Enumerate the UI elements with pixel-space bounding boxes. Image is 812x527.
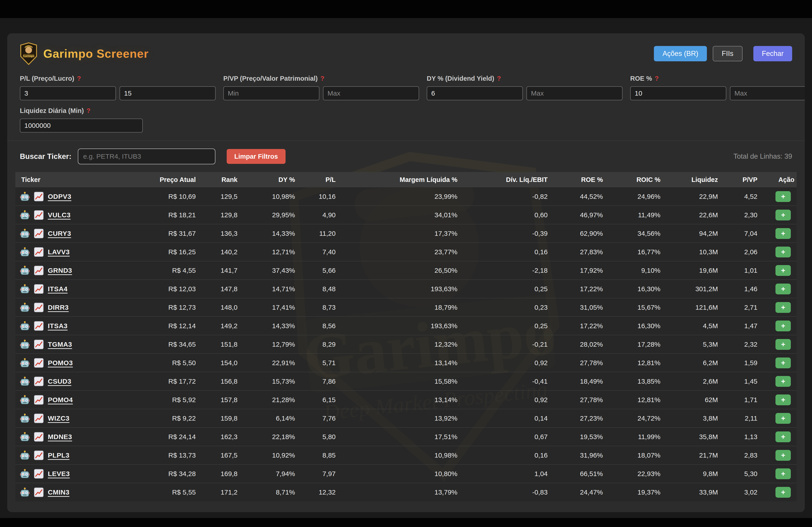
add-to-portfolio-button[interactable]: + <box>775 228 791 239</box>
robot-icon <box>20 376 30 386</box>
add-to-portfolio-button[interactable]: + <box>775 246 791 257</box>
add-to-portfolio-button[interactable]: + <box>775 265 791 276</box>
add-to-portfolio-button[interactable]: + <box>775 413 791 424</box>
fechar-button[interactable]: Fechar <box>753 46 792 61</box>
price-cell: R$ 5,92 <box>142 391 198 409</box>
price-cell: R$ 13,73 <box>142 446 198 465</box>
ticker-search-input[interactable] <box>78 149 215 164</box>
pl-help-icon[interactable]: ? <box>77 75 81 82</box>
div-ebit-cell: 0,16 <box>460 243 550 261</box>
roe-max-input[interactable] <box>730 86 805 100</box>
page-title: Garimpo Screener <box>43 47 149 60</box>
price-cell: R$ 9,22 <box>142 409 198 427</box>
rank-cell: 159,8 <box>198 409 240 427</box>
roic-cell: 18,07% <box>605 446 663 465</box>
ticker-link[interactable]: ITSA3 <box>48 322 68 330</box>
ticker-link[interactable]: LAVV3 <box>48 248 70 256</box>
pl-cell: 8,56 <box>297 317 338 335</box>
margem-cell: 18,79% <box>338 298 460 317</box>
add-to-portfolio-button[interactable]: + <box>775 358 791 368</box>
ticker-link[interactable]: CMIN3 <box>48 488 70 496</box>
table-row: ODPV3 R$ 10,69 129,5 10,98% 10,16 23,99%… <box>15 187 797 206</box>
pl-min-input[interactable] <box>20 86 116 100</box>
price-cell: R$ 17,72 <box>142 372 198 391</box>
ticker-link[interactable]: POMO4 <box>48 396 73 404</box>
add-to-portfolio-button[interactable]: + <box>775 468 791 479</box>
bottom-black-strip <box>0 518 812 527</box>
liquidez-cell: 5,3M <box>663 335 720 353</box>
liquidez-cell: 2,6M <box>663 372 720 391</box>
dy-cell: 22,18% <box>240 427 297 446</box>
pvp-cell: 2,06 <box>720 243 760 261</box>
robot-icon <box>20 395 30 405</box>
add-to-portfolio-button[interactable]: + <box>775 376 791 387</box>
robot-icon <box>20 321 30 331</box>
roe-min-input[interactable] <box>630 86 726 100</box>
limpar-filtros-button[interactable]: Limpar Filtros <box>227 149 286 164</box>
liquidez-min-input[interactable] <box>20 119 143 133</box>
roe-help-icon[interactable]: ? <box>655 75 659 82</box>
roic-cell: 24,96% <box>605 187 663 206</box>
price-cell: R$ 16,25 <box>142 243 198 261</box>
add-to-portfolio-button[interactable]: + <box>775 302 791 313</box>
roe-cell: 27,83% <box>550 243 605 261</box>
add-to-portfolio-button[interactable]: + <box>775 394 791 405</box>
ticker-link[interactable]: MDNE3 <box>48 433 72 441</box>
margem-cell: 17,51% <box>338 427 460 446</box>
chart-up-icon <box>34 229 44 239</box>
margem-cell: 193,63% <box>338 317 460 335</box>
ticker-link[interactable]: ODPV3 <box>48 193 71 200</box>
acoes-br-button[interactable]: Ações (BR) <box>654 46 707 61</box>
fiis-button[interactable]: FIIs <box>713 46 742 61</box>
liquidez-cell: 21,7M <box>663 446 720 465</box>
dy-min-input[interactable] <box>427 86 523 100</box>
add-to-portfolio-button[interactable]: + <box>775 432 791 442</box>
price-cell: R$ 10,69 <box>142 187 198 206</box>
div-ebit-cell: -0,21 <box>460 335 550 353</box>
pvp-help-icon[interactable]: ? <box>320 75 324 82</box>
ticker-link[interactable]: WIZC3 <box>48 415 70 422</box>
div-ebit-cell: 0,60 <box>460 206 550 224</box>
ticker-link[interactable]: VULC3 <box>48 211 71 219</box>
ticker-link[interactable]: GRND3 <box>48 267 72 274</box>
add-to-portfolio-button[interactable]: + <box>775 191 791 202</box>
screener-panel: Garimpo Deep Market Prospecting Garimpo … <box>7 33 805 512</box>
price-cell: R$ 34,28 <box>142 465 198 483</box>
roe-cell: 44,52% <box>550 187 605 206</box>
ticker-link[interactable]: CURY3 <box>48 230 71 237</box>
chart-up-icon <box>34 302 44 312</box>
ticker-link[interactable]: TGMA3 <box>48 341 72 348</box>
ticker-link[interactable]: PLPL3 <box>48 451 70 459</box>
margem-cell: 10,80% <box>338 465 460 483</box>
div-ebit-cell: 0,92 <box>460 353 550 372</box>
rank-cell: 154,0 <box>198 353 240 372</box>
ticker-link[interactable]: DIRR3 <box>48 304 69 311</box>
add-to-portfolio-button[interactable]: + <box>775 339 791 350</box>
add-to-portfolio-button[interactable]: + <box>775 450 791 461</box>
roe-cell: 27,78% <box>550 391 605 409</box>
ticker-link[interactable]: ITSA4 <box>48 285 68 293</box>
dy-help-icon[interactable]: ? <box>497 75 501 82</box>
pl-max-input[interactable] <box>119 86 216 100</box>
pvp-min-input[interactable] <box>223 86 319 100</box>
add-to-portfolio-button[interactable]: + <box>775 284 791 295</box>
pl-cell: 5,80 <box>297 427 338 446</box>
margem-cell: 15,58% <box>338 372 460 391</box>
table-row: GRND3 R$ 4,55 141,7 37,43% 5,66 26,50% -… <box>15 261 797 280</box>
add-to-portfolio-button[interactable]: + <box>775 320 791 331</box>
rank-cell: 129,8 <box>198 206 240 224</box>
pvp-cell: 2,83 <box>720 446 760 465</box>
rank-cell: 171,2 <box>198 483 240 501</box>
add-to-portfolio-button[interactable]: + <box>775 487 791 498</box>
ticker-link[interactable]: CSUD3 <box>48 378 71 385</box>
ticker-link[interactable]: LEVE3 <box>48 470 70 478</box>
pvp-max-input[interactable] <box>323 86 419 100</box>
liquidez-help-icon[interactable]: ? <box>87 107 91 114</box>
table-row: CSUD3 R$ 17,72 156,8 15,73% 7,86 15,58% … <box>15 372 797 391</box>
filter-roe: ROE %? <box>630 75 805 100</box>
div-ebit-cell: -0,83 <box>460 483 550 501</box>
dy-max-input[interactable] <box>526 86 623 100</box>
ticker-link[interactable]: POMO3 <box>48 359 73 367</box>
add-to-portfolio-button[interactable]: + <box>775 210 791 221</box>
column-header-dy-: DY % <box>240 172 297 187</box>
